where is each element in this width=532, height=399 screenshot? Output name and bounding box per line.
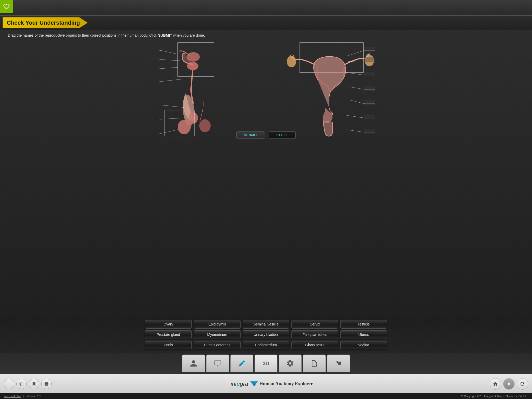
- svg-line-20: [161, 130, 178, 134]
- submit-bold: SUBMIT: [158, 33, 172, 37]
- svg-point-4: [189, 112, 198, 124]
- instruction-text2: when you are done.: [172, 33, 205, 37]
- diagram-area: SUBMIT RESET: [0, 41, 266, 145]
- title-banner: Check Your Understanding: [0, 16, 266, 30]
- svg-line-14: [161, 79, 183, 82]
- male-anatomy-svg: [159, 41, 232, 137]
- page-title: Check Your Understanding: [7, 19, 80, 26]
- svg-line-12: [161, 67, 178, 69]
- svg-line-10: [161, 59, 180, 61]
- instruction: Drag the names of the reproductive organ…: [0, 30, 266, 41]
- anatomy-full: SUBMIT RESET: [149, 41, 266, 140]
- wrench-icon: [3, 3, 10, 10]
- top-toolbar[interactable]: [0, 0, 13, 13]
- instruction-text: Drag the names of the reproductive organ…: [8, 33, 158, 37]
- action-buttons: SUBMIT RESET: [236, 131, 266, 139]
- svg-line-8: [161, 50, 178, 54]
- submit-button[interactable]: SUBMIT: [236, 131, 265, 139]
- title-tag: Check Your Understanding: [3, 17, 88, 28]
- svg-line-18: [161, 118, 183, 119]
- male-anatomy-section: [159, 41, 232, 137]
- header-bar: [0, 0, 266, 16]
- svg-line-16: [161, 105, 184, 108]
- svg-point-5: [178, 120, 191, 134]
- svg-point-6: [199, 119, 211, 132]
- main-content: Drag the names of the reproductive organ…: [0, 30, 266, 200]
